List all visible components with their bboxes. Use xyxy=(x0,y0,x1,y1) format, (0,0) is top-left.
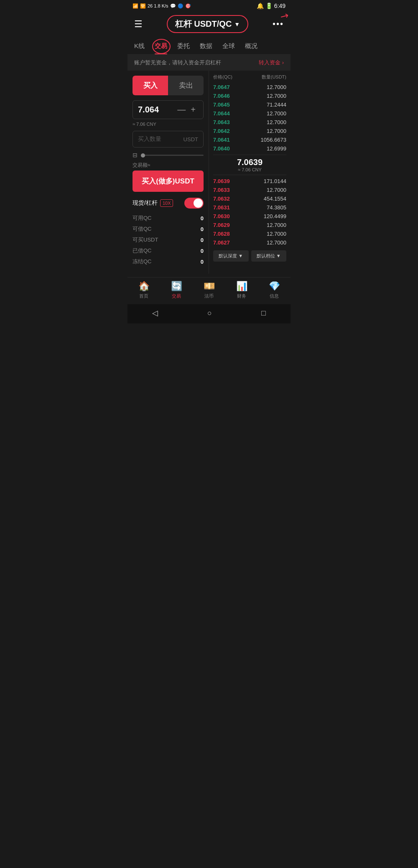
bid-qty-8: 12.7000 xyxy=(267,239,286,246)
hamburger-icon[interactable]: ☰ xyxy=(134,19,143,30)
ask-qty-1: 12.7000 xyxy=(267,84,286,90)
bid-qty-6: 12.7000 xyxy=(267,222,286,228)
recent-apps-button[interactable]: □ xyxy=(261,309,266,318)
ask-row-4: 7.0644 12.7000 xyxy=(213,109,286,118)
time-display: 6:49 xyxy=(274,3,285,9)
quantity-placeholder: 买入数量 xyxy=(138,135,161,143)
borrowed-qc-label: 已借QC xyxy=(133,247,201,255)
back-button[interactable]: ◁ xyxy=(152,308,158,318)
account-row-available-qc: 可用QC 0 xyxy=(133,214,204,222)
approx-cny: ≈ 7.06 CNY xyxy=(133,122,204,127)
mid-price-value: 7.0639 xyxy=(213,158,286,167)
ask-row-2: 7.0646 12.7000 xyxy=(213,92,286,100)
bid-qty-3: 454.1554 xyxy=(264,196,286,202)
leverage-toggle[interactable] xyxy=(184,198,204,209)
big-buy-button[interactable]: 买入(做多)USDT xyxy=(133,171,204,192)
trade-icon: 🔄 xyxy=(171,281,182,292)
ask-qty-3: 71.2444 xyxy=(267,102,286,108)
transfer-funds-link[interactable]: 转入资金 › xyxy=(259,59,284,66)
bottom-nav-trade[interactable]: 🔄 交易 xyxy=(171,281,182,299)
bid-price-2: 7.0633 xyxy=(213,187,230,193)
spot-leverage-row: 现货/杠杆 10X xyxy=(133,198,204,209)
app-icon-1: 🔵 xyxy=(178,3,184,9)
price-increase-button[interactable]: + xyxy=(188,105,198,115)
depth-row: 默认深度 ▼ 默认档位 ▼ xyxy=(213,250,286,262)
finance-icon: 📊 xyxy=(236,281,247,292)
account-row-borrow-qc: 可借QC 0 xyxy=(133,225,204,233)
depth-button[interactable]: 默认深度 ▼ xyxy=(213,250,249,262)
ask-row-5: 7.0643 12.7000 xyxy=(213,118,286,127)
tab-data[interactable]: 数据 xyxy=(200,38,212,54)
ask-price-4: 7.0644 xyxy=(213,110,230,117)
ask-qty-6: 12.7000 xyxy=(267,128,286,134)
bid-row-8: 7.0627 12.7000 xyxy=(213,238,286,247)
order-book-panel: 价格(QC) 数量(USDT) 7.0647 12.7000 7.0646 12… xyxy=(209,71,291,274)
ask-row-3: 7.0645 71.2444 xyxy=(213,100,286,109)
ask-price-2: 7.0646 xyxy=(213,93,230,99)
bottom-nav-finance-label: 财务 xyxy=(237,293,246,299)
status-bar: 📶 🛜 26 1.8 K/s 💬 🔵 🎯 🔔 🔋 6:49 xyxy=(127,0,291,12)
bid-price-7: 7.0628 xyxy=(213,231,230,237)
fiat-icon: 💴 xyxy=(204,281,215,292)
ask-qty-2: 12.7000 xyxy=(267,93,286,99)
slider-track[interactable] xyxy=(141,155,204,156)
buy-button[interactable]: 买入 xyxy=(133,76,168,95)
bottom-nav-fiat[interactable]: 💴 法币 xyxy=(204,281,215,299)
bid-row-6: 7.0629 12.7000 xyxy=(213,221,286,229)
buy-usdt-value: 0 xyxy=(201,237,204,243)
ask-row-8: 7.0640 12.6999 xyxy=(213,144,286,153)
bid-price-8: 7.0627 xyxy=(213,239,230,246)
price-decrease-button[interactable]: — xyxy=(175,105,188,115)
ask-price-8: 7.0640 xyxy=(213,145,230,152)
bid-price-6: 7.0629 xyxy=(213,222,230,228)
bell-icon: 🔔 xyxy=(257,3,264,9)
ask-price-6: 7.0642 xyxy=(213,128,230,134)
bid-row-7: 7.0628 12.7000 xyxy=(213,229,286,238)
leverage-badge: 10X xyxy=(160,199,173,207)
ask-rows: 7.0647 12.7000 7.0646 12.7000 7.0645 71.… xyxy=(213,83,286,153)
mid-price: 7.0639 ≈ 7.06 CNY xyxy=(213,155,286,175)
slider-handle-icon: ⊟ xyxy=(133,152,138,158)
header: ☰ 杠杆 USDT/QC ▼ ••• ↗ xyxy=(127,12,291,38)
signal-icon: 📶 xyxy=(133,3,138,9)
buy-sell-toggle: 买入 卖出 xyxy=(133,76,204,95)
tab-global[interactable]: 全球 xyxy=(222,38,235,54)
tab-trade[interactable]: 交易 xyxy=(155,38,167,54)
home-button[interactable]: ○ xyxy=(207,309,212,318)
price-input-row: 7.064 — + xyxy=(133,100,204,119)
quantity-input[interactable]: 买入数量 USDT xyxy=(133,131,204,148)
nav-tabs: K线 交易 委托 数据 全球 概况 xyxy=(127,38,291,55)
bottom-nav-finance[interactable]: 📊 财务 xyxy=(236,281,247,299)
bottom-nav-home[interactable]: 🏠 首页 xyxy=(138,281,150,299)
mid-price-cny: ≈ 7.06 CNY xyxy=(213,167,286,172)
price-value: 7.064 xyxy=(138,105,175,115)
frozen-qc-value: 0 xyxy=(201,259,204,265)
archive-button[interactable]: 默认档位 ▼ xyxy=(251,250,287,262)
available-qc-label: 可用QC xyxy=(133,214,201,222)
ask-row-1: 7.0647 12.7000 xyxy=(213,83,286,92)
bid-price-4: 7.0631 xyxy=(213,204,230,211)
tab-entrust[interactable]: 委托 xyxy=(177,38,190,54)
tab-kline[interactable]: K线 xyxy=(134,38,145,54)
battery-icon: 🔋 xyxy=(265,3,273,9)
ask-qty-8: 12.6999 xyxy=(267,145,286,152)
bid-price-5: 7.0630 xyxy=(213,213,230,219)
buy-usdt-label: 可买USDT xyxy=(133,236,201,244)
system-nav: ◁ ○ □ xyxy=(127,304,291,323)
dropdown-icon: ▼ xyxy=(234,21,240,28)
bottom-nav-info[interactable]: 💎 信息 xyxy=(269,281,280,299)
bid-row-4: 7.0631 74.3805 xyxy=(213,203,286,212)
bid-qty-7: 12.7000 xyxy=(267,231,286,237)
tab-overview[interactable]: 概况 xyxy=(245,38,257,54)
bid-rows: 7.0639 171.0144 7.0633 12.7000 7.0632 45… xyxy=(213,177,286,247)
ask-price-7: 7.0641 xyxy=(213,137,230,143)
status-right: 🔔 🔋 6:49 xyxy=(257,3,285,9)
status-speed: 26 1.8 K/s xyxy=(148,3,168,8)
ask-row-7: 7.0641 1056.6673 xyxy=(213,135,286,144)
home-icon: 🏠 xyxy=(138,281,150,292)
trade-amount-label: 交易额≈ xyxy=(133,162,204,169)
bottom-nav-trade-label: 交易 xyxy=(172,293,181,299)
bid-row-2: 7.0633 12.7000 xyxy=(213,186,286,194)
header-title-wrapper[interactable]: 杠杆 USDT/QC ▼ xyxy=(167,15,248,33)
sell-button[interactable]: 卖出 xyxy=(168,76,204,95)
